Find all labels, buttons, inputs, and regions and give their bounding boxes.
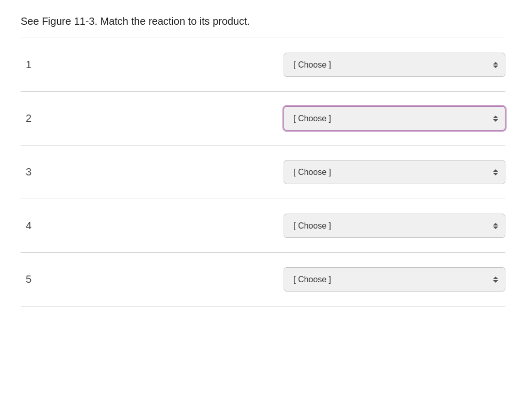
select-wrapper-2: [ Choose ]Option AOption BOption COption… <box>284 106 505 131</box>
choice-select-2[interactable]: [ Choose ]Option AOption BOption COption… <box>284 106 505 131</box>
choice-select-3[interactable]: [ Choose ]Option AOption BOption COption… <box>284 160 505 184</box>
select-wrapper-3: [ Choose ]Option AOption BOption COption… <box>284 160 505 184</box>
select-wrapper-1: [ Choose ]Option AOption BOption COption… <box>284 53 505 77</box>
choice-select-4[interactable]: [ Choose ]Option AOption BOption COption… <box>284 214 505 238</box>
question-row-3: 3[ Choose ]Option AOption BOption COptio… <box>21 146 505 199</box>
question-row-1: 1[ Choose ]Option AOption BOption COptio… <box>21 38 505 92</box>
question-number-3: 3 <box>21 166 124 178</box>
page-container: See Figure 11-3. Match the reaction to i… <box>0 0 526 322</box>
choice-select-1[interactable]: [ Choose ]Option AOption BOption COption… <box>284 53 505 77</box>
question-row-5: 5[ Choose ]Option AOption BOption COptio… <box>21 253 505 306</box>
question-number-5: 5 <box>21 273 124 285</box>
question-number-2: 2 <box>21 112 124 124</box>
question-number-1: 1 <box>21 59 124 71</box>
choice-select-5[interactable]: [ Choose ]Option AOption BOption COption… <box>284 267 505 292</box>
question-number-4: 4 <box>21 220 124 232</box>
select-wrapper-5: [ Choose ]Option AOption BOption COption… <box>284 267 505 292</box>
question-row-4: 4[ Choose ]Option AOption BOption COptio… <box>21 199 505 253</box>
question-row-2: 2[ Choose ]Option AOption BOption COptio… <box>21 92 505 146</box>
rows-container: 1[ Choose ]Option AOption BOption COptio… <box>21 38 505 306</box>
select-wrapper-4: [ Choose ]Option AOption BOption COption… <box>284 214 505 238</box>
question-title: See Figure 11-3. Match the reaction to i… <box>21 15 505 27</box>
